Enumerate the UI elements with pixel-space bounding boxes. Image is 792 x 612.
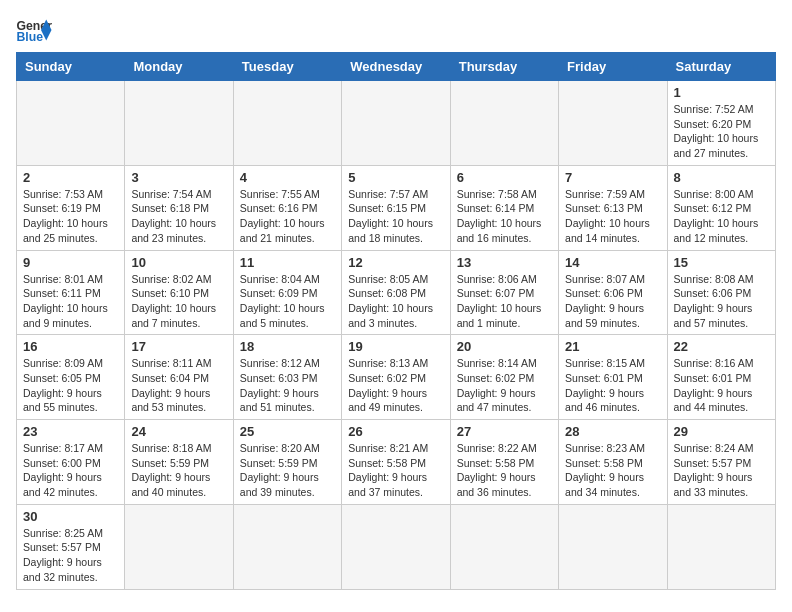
calendar-cell: 11Sunrise: 8:04 AMSunset: 6:09 PMDayligh… xyxy=(233,250,341,335)
day-header-saturday: Saturday xyxy=(667,53,775,81)
day-info: Sunrise: 8:00 AMSunset: 6:12 PMDaylight:… xyxy=(674,187,769,246)
day-number: 30 xyxy=(23,509,118,524)
day-info: Sunrise: 8:12 AMSunset: 6:03 PMDaylight:… xyxy=(240,356,335,415)
day-info: Sunrise: 8:25 AMSunset: 5:57 PMDaylight:… xyxy=(23,526,118,585)
calendar-cell: 20Sunrise: 8:14 AMSunset: 6:02 PMDayligh… xyxy=(450,335,558,420)
calendar-cell: 25Sunrise: 8:20 AMSunset: 5:59 PMDayligh… xyxy=(233,420,341,505)
day-number: 24 xyxy=(131,424,226,439)
week-row-4: 23Sunrise: 8:17 AMSunset: 6:00 PMDayligh… xyxy=(17,420,776,505)
day-number: 9 xyxy=(23,255,118,270)
day-info: Sunrise: 8:16 AMSunset: 6:01 PMDaylight:… xyxy=(674,356,769,415)
calendar-cell: 26Sunrise: 8:21 AMSunset: 5:58 PMDayligh… xyxy=(342,420,450,505)
logo-icon: General Blue xyxy=(16,16,52,44)
day-info: Sunrise: 8:15 AMSunset: 6:01 PMDaylight:… xyxy=(565,356,660,415)
calendar-cell: 21Sunrise: 8:15 AMSunset: 6:01 PMDayligh… xyxy=(559,335,667,420)
day-number: 17 xyxy=(131,339,226,354)
calendar-cell: 13Sunrise: 8:06 AMSunset: 6:07 PMDayligh… xyxy=(450,250,558,335)
day-number: 22 xyxy=(674,339,769,354)
day-info: Sunrise: 8:14 AMSunset: 6:02 PMDaylight:… xyxy=(457,356,552,415)
day-number: 20 xyxy=(457,339,552,354)
calendar-cell: 23Sunrise: 8:17 AMSunset: 6:00 PMDayligh… xyxy=(17,420,125,505)
calendar-cell xyxy=(125,81,233,166)
calendar-cell: 17Sunrise: 8:11 AMSunset: 6:04 PMDayligh… xyxy=(125,335,233,420)
day-info: Sunrise: 7:53 AMSunset: 6:19 PMDaylight:… xyxy=(23,187,118,246)
calendar-cell: 29Sunrise: 8:24 AMSunset: 5:57 PMDayligh… xyxy=(667,420,775,505)
calendar-cell: 1Sunrise: 7:52 AMSunset: 6:20 PMDaylight… xyxy=(667,81,775,166)
calendar-cell xyxy=(17,81,125,166)
day-number: 7 xyxy=(565,170,660,185)
calendar-cell xyxy=(342,504,450,589)
day-header-friday: Friday xyxy=(559,53,667,81)
calendar-cell: 14Sunrise: 8:07 AMSunset: 6:06 PMDayligh… xyxy=(559,250,667,335)
day-info: Sunrise: 8:06 AMSunset: 6:07 PMDaylight:… xyxy=(457,272,552,331)
calendar-cell: 27Sunrise: 8:22 AMSunset: 5:58 PMDayligh… xyxy=(450,420,558,505)
calendar-cell xyxy=(450,504,558,589)
day-info: Sunrise: 8:21 AMSunset: 5:58 PMDaylight:… xyxy=(348,441,443,500)
calendar-cell xyxy=(233,81,341,166)
week-row-1: 2Sunrise: 7:53 AMSunset: 6:19 PMDaylight… xyxy=(17,165,776,250)
day-number: 1 xyxy=(674,85,769,100)
calendar-cell: 10Sunrise: 8:02 AMSunset: 6:10 PMDayligh… xyxy=(125,250,233,335)
calendar-cell: 24Sunrise: 8:18 AMSunset: 5:59 PMDayligh… xyxy=(125,420,233,505)
calendar-cell: 5Sunrise: 7:57 AMSunset: 6:15 PMDaylight… xyxy=(342,165,450,250)
day-info: Sunrise: 8:04 AMSunset: 6:09 PMDaylight:… xyxy=(240,272,335,331)
week-row-2: 9Sunrise: 8:01 AMSunset: 6:11 PMDaylight… xyxy=(17,250,776,335)
day-header-sunday: Sunday xyxy=(17,53,125,81)
calendar-cell xyxy=(450,81,558,166)
calendar: SundayMondayTuesdayWednesdayThursdayFrid… xyxy=(16,52,776,590)
day-info: Sunrise: 7:57 AMSunset: 6:15 PMDaylight:… xyxy=(348,187,443,246)
day-number: 29 xyxy=(674,424,769,439)
calendar-cell: 28Sunrise: 8:23 AMSunset: 5:58 PMDayligh… xyxy=(559,420,667,505)
calendar-cell xyxy=(559,81,667,166)
day-info: Sunrise: 8:09 AMSunset: 6:05 PMDaylight:… xyxy=(23,356,118,415)
calendar-cell xyxy=(342,81,450,166)
day-info: Sunrise: 8:24 AMSunset: 5:57 PMDaylight:… xyxy=(674,441,769,500)
day-number: 14 xyxy=(565,255,660,270)
day-number: 27 xyxy=(457,424,552,439)
day-number: 26 xyxy=(348,424,443,439)
day-info: Sunrise: 8:13 AMSunset: 6:02 PMDaylight:… xyxy=(348,356,443,415)
day-number: 18 xyxy=(240,339,335,354)
header: General Blue xyxy=(16,16,776,44)
day-number: 3 xyxy=(131,170,226,185)
day-number: 25 xyxy=(240,424,335,439)
day-number: 8 xyxy=(674,170,769,185)
day-number: 5 xyxy=(348,170,443,185)
day-info: Sunrise: 8:02 AMSunset: 6:10 PMDaylight:… xyxy=(131,272,226,331)
calendar-cell: 30Sunrise: 8:25 AMSunset: 5:57 PMDayligh… xyxy=(17,504,125,589)
day-info: Sunrise: 8:08 AMSunset: 6:06 PMDaylight:… xyxy=(674,272,769,331)
calendar-cell: 19Sunrise: 8:13 AMSunset: 6:02 PMDayligh… xyxy=(342,335,450,420)
calendar-cell: 7Sunrise: 7:59 AMSunset: 6:13 PMDaylight… xyxy=(559,165,667,250)
calendar-cell xyxy=(667,504,775,589)
day-info: Sunrise: 7:55 AMSunset: 6:16 PMDaylight:… xyxy=(240,187,335,246)
day-info: Sunrise: 8:20 AMSunset: 5:59 PMDaylight:… xyxy=(240,441,335,500)
day-header-monday: Monday xyxy=(125,53,233,81)
day-info: Sunrise: 8:23 AMSunset: 5:58 PMDaylight:… xyxy=(565,441,660,500)
day-number: 19 xyxy=(348,339,443,354)
day-number: 21 xyxy=(565,339,660,354)
calendar-cell: 16Sunrise: 8:09 AMSunset: 6:05 PMDayligh… xyxy=(17,335,125,420)
day-info: Sunrise: 7:59 AMSunset: 6:13 PMDaylight:… xyxy=(565,187,660,246)
logo: General Blue xyxy=(16,16,56,44)
day-info: Sunrise: 8:11 AMSunset: 6:04 PMDaylight:… xyxy=(131,356,226,415)
week-row-5: 30Sunrise: 8:25 AMSunset: 5:57 PMDayligh… xyxy=(17,504,776,589)
day-number: 2 xyxy=(23,170,118,185)
day-number: 6 xyxy=(457,170,552,185)
calendar-cell xyxy=(125,504,233,589)
day-number: 23 xyxy=(23,424,118,439)
day-number: 16 xyxy=(23,339,118,354)
calendar-cell: 2Sunrise: 7:53 AMSunset: 6:19 PMDaylight… xyxy=(17,165,125,250)
day-info: Sunrise: 7:58 AMSunset: 6:14 PMDaylight:… xyxy=(457,187,552,246)
day-number: 11 xyxy=(240,255,335,270)
calendar-cell: 3Sunrise: 7:54 AMSunset: 6:18 PMDaylight… xyxy=(125,165,233,250)
calendar-cell xyxy=(559,504,667,589)
week-row-0: 1Sunrise: 7:52 AMSunset: 6:20 PMDaylight… xyxy=(17,81,776,166)
day-info: Sunrise: 7:54 AMSunset: 6:18 PMDaylight:… xyxy=(131,187,226,246)
calendar-cell: 6Sunrise: 7:58 AMSunset: 6:14 PMDaylight… xyxy=(450,165,558,250)
day-info: Sunrise: 8:18 AMSunset: 5:59 PMDaylight:… xyxy=(131,441,226,500)
day-info: Sunrise: 7:52 AMSunset: 6:20 PMDaylight:… xyxy=(674,102,769,161)
day-header-thursday: Thursday xyxy=(450,53,558,81)
day-header-tuesday: Tuesday xyxy=(233,53,341,81)
calendar-cell: 18Sunrise: 8:12 AMSunset: 6:03 PMDayligh… xyxy=(233,335,341,420)
day-info: Sunrise: 8:05 AMSunset: 6:08 PMDaylight:… xyxy=(348,272,443,331)
